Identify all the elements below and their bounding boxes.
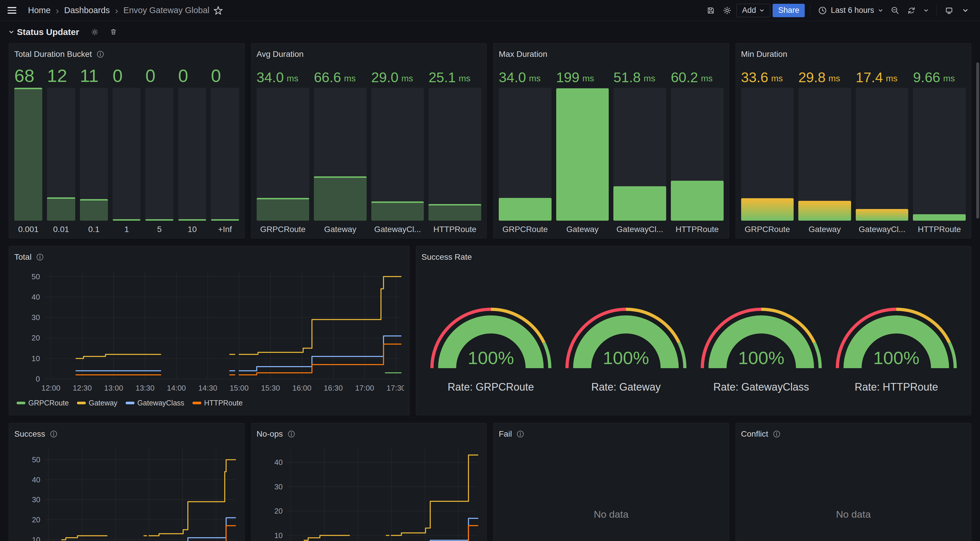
- scrollbar-thumb[interactable]: [976, 62, 979, 219]
- bar-label: 5: [145, 221, 173, 234]
- bar-track: [556, 88, 609, 221]
- chevron-down-icon: [759, 8, 765, 13]
- legend-swatch: [126, 402, 134, 404]
- bar-column: 60.2msHTTPRoute: [671, 61, 724, 234]
- panel-title[interactable]: Total: [14, 251, 404, 264]
- bar-value: 25.1ms: [428, 61, 481, 88]
- save-icon[interactable]: [704, 3, 718, 17]
- gear-icon[interactable]: [720, 3, 734, 17]
- panel-title[interactable]: Min Duration: [741, 48, 966, 61]
- info-icon[interactable]: [36, 253, 44, 261]
- bar-value-unit: ms: [582, 74, 594, 84]
- breadcrumb-dashboards[interactable]: Dashboards: [64, 6, 110, 15]
- time-range-picker[interactable]: Last 6 hours: [816, 6, 886, 15]
- refresh-icon[interactable]: [904, 3, 918, 17]
- chevron-down-icon[interactable]: [8, 29, 14, 35]
- divider: [810, 5, 810, 16]
- bar-track: [913, 88, 966, 221]
- menu-icon[interactable]: [8, 4, 21, 17]
- svg-text:16:00: 16:00: [293, 384, 312, 392]
- panel-min-duration: Min Duration 33.6msGRPCRoute29.8msGatewa…: [736, 43, 972, 238]
- panel-title[interactable]: Success Rate: [422, 251, 966, 264]
- bar-track: [671, 88, 724, 221]
- bar-column: 120.01: [47, 61, 75, 234]
- gauge-value: 100%: [873, 348, 920, 368]
- legend-item[interactable]: GatewayClass: [126, 399, 185, 407]
- chevron-down-icon[interactable]: [958, 3, 972, 17]
- panel-title[interactable]: Conflict: [741, 427, 966, 441]
- share-button[interactable]: Share: [773, 4, 805, 17]
- refresh-interval-chevron-icon[interactable]: [921, 3, 931, 17]
- bar-label: 0.1: [80, 221, 108, 234]
- kiosk-monitor-icon[interactable]: [942, 3, 956, 17]
- bar-label: GatewayCl...: [613, 221, 666, 234]
- time-series-chart[interactable]: 12:0012:3013:0013:3014:0014:3015:0015:30…: [14, 264, 404, 397]
- bar-fill: [80, 199, 108, 221]
- panel-title[interactable]: Fail: [499, 427, 724, 441]
- bar-fill: [14, 88, 42, 221]
- row-title[interactable]: Status Updater: [17, 27, 79, 37]
- legend-label: GatewayClass: [137, 399, 185, 407]
- row-settings-gear-icon[interactable]: [87, 25, 103, 38]
- panel-title[interactable]: No-ops: [257, 427, 482, 441]
- bar-value-number: 17.4: [856, 72, 883, 84]
- bar-column: 199msGateway: [556, 61, 609, 234]
- panel-title[interactable]: Success: [14, 427, 239, 441]
- bar-track: [741, 88, 794, 221]
- bar-value: 17.4ms: [856, 61, 908, 88]
- svg-text:30: 30: [32, 313, 40, 322]
- svg-text:40: 40: [274, 458, 283, 466]
- bar-value: 29.8ms: [798, 61, 851, 88]
- bar-label: GatewayCl...: [371, 221, 424, 234]
- bar-value-number: 25.1: [428, 72, 456, 84]
- info-icon[interactable]: [517, 430, 524, 438]
- bar-track: [145, 88, 173, 221]
- bar-fill: [257, 198, 309, 221]
- bar-label: HTTPRoute: [671, 221, 724, 234]
- bar-column: 9.66msHTTPRoute: [913, 61, 966, 234]
- bar-gauge: 34.0msGRPCRoute66.6msGateway29.0msGatewa…: [257, 61, 482, 234]
- panel-row-1: Total Duration Bucket 680.001120.01110.1…: [9, 43, 971, 238]
- bar-column: 0+Inf: [211, 61, 239, 234]
- info-icon[interactable]: [97, 51, 104, 58]
- bar-value-unit: ms: [829, 74, 840, 84]
- gauge-row: 100%Rate: GRPCRoute100%Rate: Gateway100%…: [422, 264, 966, 411]
- zoom-out-icon[interactable]: [888, 3, 902, 17]
- bar-label: HTTPRoute: [913, 221, 966, 234]
- bar-track: [613, 88, 666, 221]
- bar-value: 34.0ms: [499, 61, 552, 88]
- clock-icon: [818, 6, 827, 15]
- time-series-chart[interactable]: 12:0013:0014:0015:0016:0017:000102030405…: [14, 441, 239, 541]
- legend-item[interactable]: HTTPRoute: [192, 399, 243, 407]
- row-delete-trash-icon[interactable]: [105, 25, 122, 38]
- bar-track: [80, 88, 108, 221]
- panel-title[interactable]: Total Duration Bucket: [14, 48, 239, 61]
- panel-total-duration-bucket: Total Duration Bucket 680.001120.01110.1…: [9, 43, 245, 238]
- bar-value: 0: [113, 61, 141, 88]
- add-button[interactable]: Add: [737, 4, 770, 17]
- info-icon[interactable]: [773, 430, 781, 438]
- bar-column: 110.1: [80, 61, 108, 234]
- legend-item[interactable]: Gateway: [77, 399, 118, 407]
- breadcrumb-home[interactable]: Home: [28, 6, 51, 15]
- panel-total: Total 12:0012:3013:0013:3014:0014:3015:0…: [9, 246, 409, 416]
- bar-value: 9.66ms: [913, 61, 966, 88]
- dashboard-row-header: Status Updater: [0, 21, 980, 43]
- bar-label: GRPCRoute: [741, 221, 794, 234]
- svg-text:10: 10: [32, 536, 40, 541]
- info-icon[interactable]: [288, 430, 295, 438]
- gauge-value: 100%: [468, 348, 514, 368]
- info-icon[interactable]: [50, 430, 57, 438]
- time-series-chart[interactable]: 12:0013:0014:0015:0016:0017:00010203040: [257, 441, 481, 541]
- gauge-value: 100%: [603, 348, 649, 368]
- legend-swatch: [192, 402, 201, 404]
- no-data-message: No data: [741, 441, 966, 541]
- bar-value-number: 33.6: [741, 72, 768, 84]
- bar-track: [257, 88, 309, 221]
- panel-title[interactable]: Max Duration: [499, 48, 724, 61]
- svg-text:40: 40: [32, 476, 40, 484]
- star-icon[interactable]: [211, 3, 225, 17]
- legend-item[interactable]: GRPCRoute: [17, 399, 69, 407]
- bar-value-number: 11: [80, 68, 99, 84]
- panel-title[interactable]: Avg Duration: [257, 48, 482, 61]
